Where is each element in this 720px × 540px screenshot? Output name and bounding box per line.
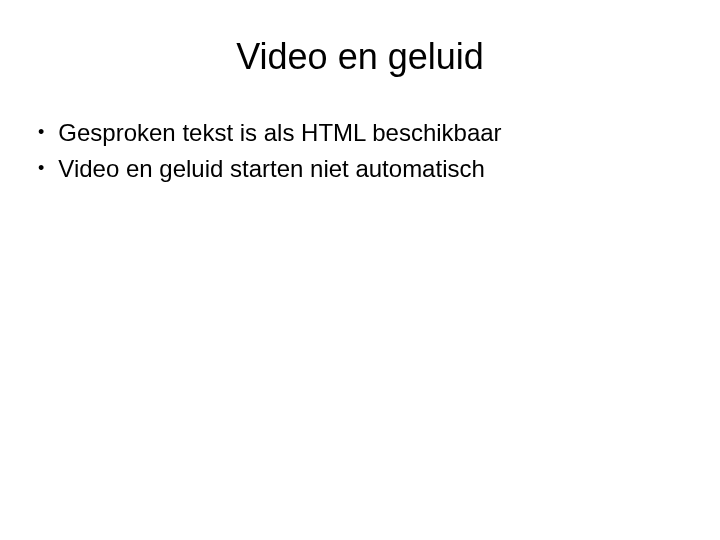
bullet-list: • Gesproken tekst is als HTML beschikbaa…: [30, 116, 690, 185]
list-item: • Gesproken tekst is als HTML beschikbaa…: [38, 116, 690, 150]
slide-title: Video en geluid: [30, 36, 690, 78]
bullet-text: Video en geluid starten niet automatisch: [58, 152, 690, 186]
bullet-icon: •: [38, 152, 44, 184]
list-item: • Video en geluid starten niet automatis…: [38, 152, 690, 186]
slide-container: Video en geluid • Gesproken tekst is als…: [0, 0, 720, 540]
bullet-text: Gesproken tekst is als HTML beschikbaar: [58, 116, 690, 150]
bullet-icon: •: [38, 116, 44, 148]
